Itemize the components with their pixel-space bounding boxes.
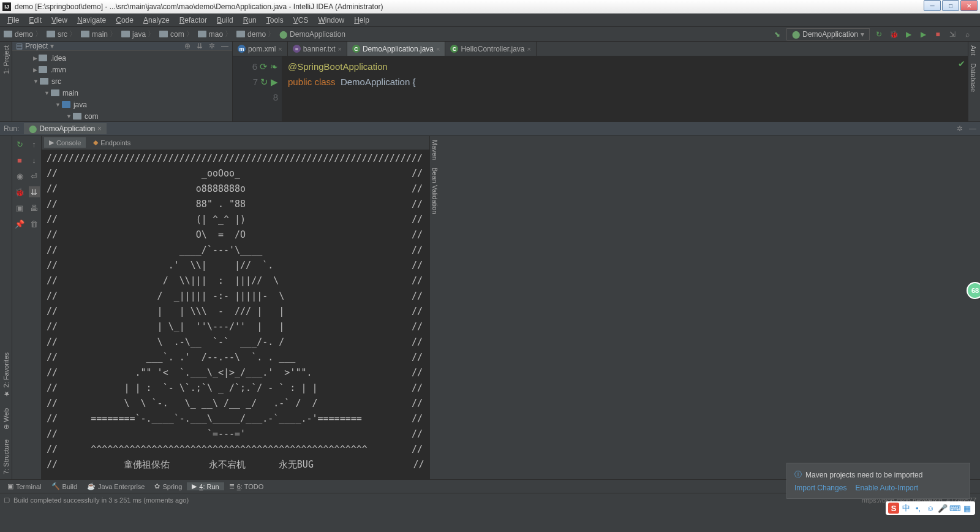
gear-icon[interactable]: ✲	[209, 42, 215, 50]
run-toolwindow-header: Run: ⬤ DemoApplication × ✲ —	[0, 121, 980, 136]
coverage-icon[interactable]: ▶	[903, 29, 914, 40]
menu-analyze[interactable]: Analyze	[138, 15, 175, 26]
tree-node[interactable]: ▼src	[15, 75, 230, 87]
up-icon[interactable]: ↑	[29, 139, 40, 150]
editor-tab[interactable]: CHelloController.java×	[445, 42, 537, 56]
run-tab[interactable]: ⬤ DemoApplication ×	[24, 123, 107, 134]
run-config-selector[interactable]: ⬤ DemoApplication ▾	[786, 28, 870, 40]
tree-node[interactable]: ▼java	[15, 99, 230, 110]
menu-navigate[interactable]: Navigate	[72, 15, 111, 26]
stop-icon[interactable]: ■	[932, 29, 943, 40]
console-output[interactable]: ////////////////////////////////////////…	[42, 150, 429, 479]
code-content[interactable]: @SpringBootApplication public class Demo…	[282, 56, 968, 121]
run-hide-icon[interactable]: —	[969, 124, 976, 133]
ant-toolwindow-button[interactable]: Ant	[968, 42, 978, 59]
status-text: Build completed successfully in 3 s 251 …	[13, 496, 189, 504]
build-icon[interactable]: ⬊	[772, 29, 783, 40]
favorites-toolwindow-button[interactable]: ★2: Favorites	[2, 348, 10, 403]
menu-view[interactable]: View	[47, 15, 72, 26]
clear-icon[interactable]: 🗑	[29, 218, 40, 229]
close-button[interactable]: ✕	[960, 0, 978, 11]
left-tool-strip-bottom: 7: Structure ⊕Web ★2: Favorites	[0, 136, 12, 479]
floating-badge[interactable]: 68	[967, 282, 980, 299]
down-icon[interactable]: ↓	[29, 154, 40, 165]
breadcrumb-item[interactable]: src〉	[45, 29, 80, 39]
gutter-bean-icon[interactable]: ❧	[270, 59, 278, 74]
hide-icon[interactable]: —	[221, 42, 228, 50]
breadcrumb-item[interactable]: java〉	[120, 29, 158, 39]
maven-toolwindow-button[interactable]: Maven	[430, 136, 440, 164]
menu-code[interactable]: Code	[111, 15, 138, 26]
maven-import-notification: ⓘMaven projects need to be imported Impo…	[786, 463, 970, 499]
breadcrumb-item[interactable]: mao〉	[197, 29, 235, 39]
project-toolwindow-button[interactable]: 1: Project	[2, 42, 10, 77]
tree-node[interactable]: ▶.idea	[15, 52, 230, 64]
maximize-button[interactable]: □	[942, 0, 959, 11]
breadcrumb-item[interactable]: main〉	[80, 29, 120, 39]
tree-node[interactable]: ▼com	[15, 110, 230, 122]
actuator-icon[interactable]: 🐞	[14, 186, 25, 197]
minimize-button[interactable]: ─	[924, 0, 941, 11]
search-icon[interactable]: ⌕	[962, 29, 973, 40]
menu-help[interactable]: Help	[349, 15, 374, 26]
notification-title: Maven projects need to be imported	[805, 471, 922, 479]
bottom-tab-spring[interactable]: ✿Spring	[149, 482, 187, 490]
bottom-tab-terminal[interactable]: ▣Terminal	[2, 482, 47, 490]
bottom-tab-todo[interactable]: ≣6: TODO	[224, 482, 269, 490]
menu-file[interactable]: File	[2, 15, 24, 26]
menu-vcs[interactable]: VCS	[288, 15, 314, 26]
target-icon[interactable]: ⊕	[184, 42, 190, 50]
gutter-run-icon[interactable]: ▶	[271, 74, 278, 89]
import-changes-link[interactable]: Import Changes	[794, 484, 846, 492]
menu-bar: FileEditViewNavigateCodeAnalyzeRefactorB…	[0, 13, 980, 27]
menu-refactor[interactable]: Refactor	[175, 15, 212, 26]
right-tool-strip-2: Maven Bean Validation	[429, 136, 442, 479]
menu-run[interactable]: Run	[238, 15, 262, 26]
menu-build[interactable]: Build	[212, 15, 238, 26]
endpoints-tab[interactable]: ◆Endpoints	[88, 137, 135, 148]
breadcrumb-item[interactable]: demo〉	[2, 29, 45, 39]
breadcrumb-item[interactable]: ⬤DemoApplication	[278, 30, 347, 39]
update-icon[interactable]: ⇲	[947, 29, 958, 40]
editor-tab[interactable]: ≡banner.txt×	[288, 42, 347, 56]
ime-indicator[interactable]: S 中 •, ☺ 🎤 ⌨ ▦	[886, 501, 975, 515]
menu-window[interactable]: Window	[313, 15, 349, 26]
web-toolwindow-button[interactable]: ⊕Web	[2, 403, 10, 435]
beanvalidation-toolwindow-button[interactable]: Bean Validation	[430, 164, 440, 218]
editor-tab[interactable]: CDemoApplication.java×	[347, 42, 446, 56]
wrap-icon[interactable]: ⏎	[29, 170, 40, 181]
layout-icon[interactable]: ▣	[14, 202, 25, 213]
gutter-icon[interactable]: ⟳	[260, 59, 268, 74]
tree-node[interactable]: ▶.mvn	[15, 64, 230, 75]
menu-edit[interactable]: Edit	[24, 15, 47, 26]
menu-tools[interactable]: Tools	[262, 15, 288, 26]
bottom-tab-run[interactable]: ▶4: Run	[187, 482, 224, 490]
rerun-icon[interactable]: ↻	[14, 139, 25, 150]
pin-icon[interactable]: 📌	[14, 218, 25, 229]
breadcrumb-item[interactable]: com〉	[158, 29, 197, 39]
editor-tab[interactable]: mpom.xml×	[233, 42, 288, 56]
console-tab[interactable]: ▶Console	[44, 137, 86, 148]
print-icon[interactable]: 🖶	[29, 202, 40, 213]
run-icon[interactable]: ↻	[873, 29, 884, 40]
app-logo: IJ	[2, 2, 11, 11]
structure-toolwindow-button[interactable]: 7: Structure	[2, 435, 10, 479]
right-tool-strip: Ant Database	[968, 42, 980, 121]
profile-icon[interactable]: ▶	[918, 29, 929, 40]
status-icon: ▢	[4, 496, 10, 504]
database-toolwindow-button[interactable]: Database	[968, 59, 978, 96]
snapshot-icon[interactable]: ◉	[14, 170, 25, 181]
debug-icon[interactable]: 🐞	[888, 29, 899, 40]
run-tab-label: DemoApplication	[39, 124, 95, 133]
run-gear-icon[interactable]: ✲	[957, 124, 963, 133]
window-title: demo [E:\springboot\demo] - ...\src\main…	[15, 2, 383, 11]
scroll-icon[interactable]: ⇊	[29, 186, 40, 197]
gutter-icon[interactable]: ↻	[260, 74, 268, 89]
enable-auto-import-link[interactable]: Enable Auto-Import	[855, 484, 918, 492]
stop-run-icon[interactable]: ■	[14, 154, 25, 165]
collapse-icon[interactable]: ⇊	[197, 42, 203, 50]
bottom-tab-build[interactable]: 🔨Build	[47, 482, 82, 490]
breadcrumb-item[interactable]: demo〉	[235, 29, 278, 39]
bottom-tab-javaenterprise[interactable]: ☕Java Enterprise	[82, 482, 149, 490]
tree-node[interactable]: ▼main	[15, 87, 230, 99]
